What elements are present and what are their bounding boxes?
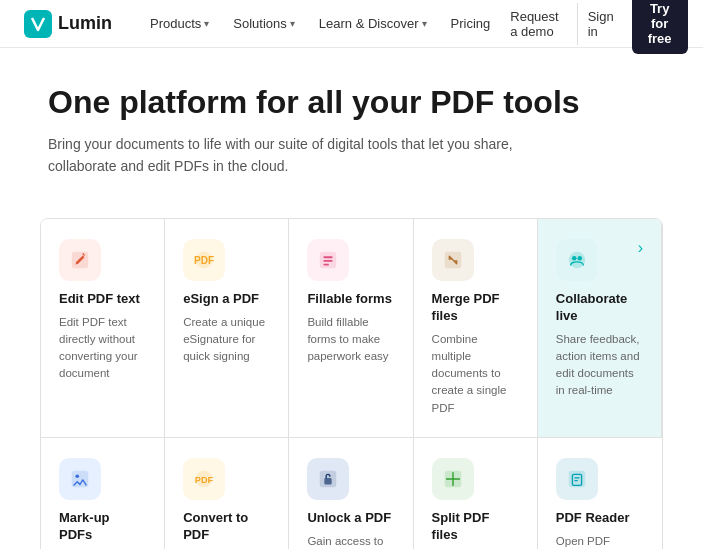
esign-icon: PDF xyxy=(183,239,225,281)
tool-desc: Build fillable forms to make paperwork e… xyxy=(307,314,394,366)
tool-name: Mark-up PDFs xyxy=(59,510,146,544)
split-icon xyxy=(432,458,474,500)
tool-desc: Gain access to password protected files … xyxy=(307,533,394,549)
unlock-icon xyxy=(307,458,349,500)
svg-point-13 xyxy=(75,474,79,478)
logo-text: Lumin xyxy=(58,13,112,34)
tool-name: Edit PDF text xyxy=(59,291,146,308)
nav-solutions-label: Solutions xyxy=(233,16,286,31)
svg-rect-7 xyxy=(324,263,330,265)
nav-learn-label: Learn & Discover xyxy=(319,16,419,31)
svg-point-11 xyxy=(577,256,582,261)
nav-products-label: Products xyxy=(150,16,201,31)
hero-subtitle: Bring your documents to life with our su… xyxy=(48,133,528,178)
tool-name: PDF Reader xyxy=(556,510,644,527)
forms-icon xyxy=(307,239,349,281)
tool-card-reader[interactable]: PDF ReaderOpen PDF documents on your bro… xyxy=(538,438,662,549)
tool-card-collaborate[interactable]: › Collaborate liveShare feedback, action… xyxy=(538,219,662,438)
tool-card-markup[interactable]: Mark-up PDFsDraw, add shapes, text, high… xyxy=(41,438,165,549)
markup-icon xyxy=(59,458,101,500)
tool-card-esign[interactable]: PDFeSign a PDFCreate a unique eSignature… xyxy=(165,219,289,438)
tool-name: Collaborate live xyxy=(556,291,643,325)
merge-icon xyxy=(432,239,474,281)
tool-card-merge[interactable]: Merge PDF filesCombine multiple document… xyxy=(414,219,538,438)
nav-learn[interactable]: Learn & Discover ▾ xyxy=(309,10,437,37)
highlighted-header: › xyxy=(556,239,643,291)
chevron-down-icon: ▾ xyxy=(422,18,427,29)
nav-pricing-label: Pricing xyxy=(451,16,491,31)
tool-name: Fillable forms xyxy=(307,291,394,308)
nav-links: Products ▾ Solutions ▾ Learn & Discover … xyxy=(140,10,500,37)
chevron-down-icon: ▾ xyxy=(204,18,209,29)
tool-card-edit[interactable]: Edit PDF textEdit PDF text directly with… xyxy=(41,219,165,438)
tool-name: eSign a PDF xyxy=(183,291,270,308)
arrow-right-icon: › xyxy=(638,239,643,257)
svg-point-9 xyxy=(569,252,586,269)
hero-section: One platform for all your PDF tools Brin… xyxy=(0,48,703,202)
navbar: Lumin Products ▾ Solutions ▾ Learn & Dis… xyxy=(0,0,703,48)
svg-text:PDF: PDF xyxy=(195,474,214,484)
tool-card-unlock[interactable]: Unlock a PDFGain access to password prot… xyxy=(289,438,413,549)
nav-solutions[interactable]: Solutions ▾ xyxy=(223,10,304,37)
svg-rect-22 xyxy=(574,480,578,481)
logo[interactable]: Lumin xyxy=(24,10,112,38)
svg-rect-17 xyxy=(325,478,332,484)
nav-products[interactable]: Products ▾ xyxy=(140,10,219,37)
tool-name: Split PDF files xyxy=(432,510,519,544)
svg-point-10 xyxy=(572,256,577,261)
try-free-button[interactable]: Try for free xyxy=(632,0,688,54)
chevron-down-icon: ▾ xyxy=(290,18,295,29)
svg-rect-0 xyxy=(24,10,52,38)
tool-desc: Create a unique eSignature for quick sig… xyxy=(183,314,270,366)
tool-name: Merge PDF files xyxy=(432,291,519,325)
tools-container: Edit PDF textEdit PDF text directly with… xyxy=(0,202,703,549)
tool-name: Unlock a PDF xyxy=(307,510,394,527)
tools-grid: Edit PDF textEdit PDF text directly with… xyxy=(40,218,663,549)
svg-rect-21 xyxy=(574,477,580,478)
svg-rect-6 xyxy=(324,260,333,262)
tool-card-convert[interactable]: PDFConvert to PDFConvert your Word, Exce… xyxy=(165,438,289,549)
tool-desc: Open PDF documents on your browser, desk… xyxy=(556,533,644,549)
svg-text:PDF: PDF xyxy=(194,254,214,265)
reader-icon xyxy=(556,458,598,500)
request-demo-link[interactable]: Request a demo xyxy=(500,3,568,45)
nav-right: Request a demo Sign in Try for free xyxy=(500,0,687,54)
nav-pricing[interactable]: Pricing xyxy=(441,10,501,37)
svg-rect-5 xyxy=(324,256,333,258)
tool-desc: Edit PDF text directly without convertin… xyxy=(59,314,146,383)
convert-icon: PDF xyxy=(183,458,225,500)
collaborate-icon xyxy=(556,239,598,281)
edit-icon xyxy=(59,239,101,281)
sign-in-link[interactable]: Sign in xyxy=(577,3,624,45)
tool-card-forms[interactable]: Fillable formsBuild fillable forms to ma… xyxy=(289,219,413,438)
logo-icon xyxy=(24,10,52,38)
tool-name: Convert to PDF xyxy=(183,510,270,544)
hero-title: One platform for all your PDF tools xyxy=(48,84,655,121)
tool-card-split[interactable]: Split PDF filesSplit and extract informa… xyxy=(414,438,538,549)
tool-desc: Combine multiple documents to create a s… xyxy=(432,331,519,417)
tool-desc: Share feedback, action items and edit do… xyxy=(556,331,643,400)
